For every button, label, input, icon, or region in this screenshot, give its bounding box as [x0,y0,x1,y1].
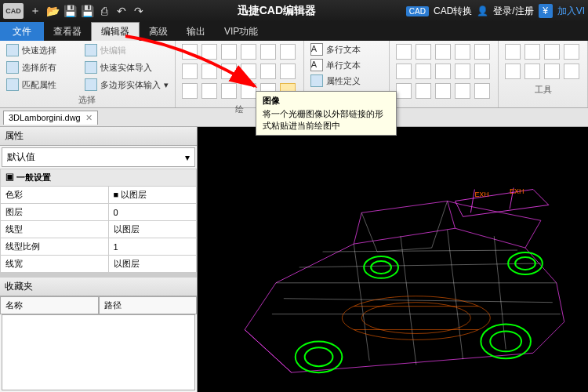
vip-link[interactable]: 加入VI [557,5,585,18]
col-name[interactable]: 名称 [0,296,99,314]
attr-icon [310,74,323,87]
m9-icon[interactable] [455,64,470,79]
file-tab[interactable]: 3DLamborgini.dwg ✕ [3,111,98,125]
t2-icon[interactable] [524,44,540,60]
undo-icon[interactable]: ↶ [113,2,130,20]
polyline-icon[interactable] [260,44,276,60]
col-path[interactable]: 路径 [99,296,198,314]
saveall-icon[interactable]: 💾 [78,2,96,20]
redo-icon[interactable]: ↷ [130,2,147,20]
app-logo: CAD [3,3,24,19]
section-header[interactable]: ▣ 一般设置 [1,169,197,187]
tool7-icon[interactable] [182,64,198,79]
stext-button[interactable]: A单行文本 [309,58,384,72]
tab-vip[interactable]: VIP功能 [215,22,267,41]
t4-icon[interactable] [564,44,579,60]
m11-icon[interactable] [396,83,412,99]
import-icon [85,61,97,74]
svg-point-3 [305,347,333,366]
tab-file[interactable]: 文件 [0,22,44,41]
yen-icon[interactable]: ¥ [539,4,553,18]
line-icon[interactable] [182,44,198,60]
new-icon[interactable]: ＋ [27,2,44,20]
prop-value[interactable]: 以图层 [108,256,197,273]
m1-icon[interactable] [396,44,412,60]
prop-value[interactable]: 0 [108,204,197,221]
m14-icon[interactable] [455,83,470,99]
tab-advanced[interactable]: 高级 [140,22,177,41]
m5-icon[interactable] [474,44,490,60]
prop-name: 线型 [1,221,109,238]
attrdef-button[interactable]: 属性定义 [309,74,384,88]
tool10-icon[interactable] [241,64,256,79]
arc-icon[interactable] [201,44,217,60]
open-icon[interactable]: 📂 [44,2,61,20]
m2-icon[interactable] [416,44,431,60]
tool15-icon[interactable] [221,83,237,99]
prop-value[interactable]: ■ 以图层 [108,187,197,204]
login-link[interactable]: 登录/注册 [493,5,533,18]
close-icon[interactable]: ✕ [85,113,93,123]
t7-icon[interactable] [544,64,560,79]
print-icon[interactable]: ⎙ [96,2,113,20]
circle-icon[interactable] [241,44,256,60]
tool11-icon[interactable] [260,64,276,79]
prop-name: 色彩 [1,187,109,204]
m3-icon[interactable] [435,44,451,60]
t3-icon[interactable] [544,44,560,60]
cloud-icon[interactable] [280,44,296,60]
m15-icon[interactable] [474,83,490,99]
favorites-title: 收藏夹 [0,278,197,296]
m10-icon[interactable] [474,64,490,79]
m6-icon[interactable] [396,64,412,79]
user-icon[interactable]: 👤 [477,5,488,16]
save-icon[interactable]: 💾 [61,2,78,20]
t5-icon[interactable] [505,64,521,79]
quick-select-button[interactable]: 快速选择 [5,42,82,58]
rect-icon[interactable] [221,44,237,60]
prop-name: 线宽 [1,256,109,273]
t1-icon[interactable] [505,44,521,60]
ribbon-group-label: 工具 [503,82,583,96]
m12-icon[interactable] [416,83,431,99]
quick-edit-button: 快编辑 [83,42,170,58]
entity-import-button[interactable]: 快速实体导入 [83,60,170,75]
favorites-columns: 名称 路径 [0,296,197,314]
app-title: 迅捷CAD编辑器 [147,4,406,18]
match-props-button[interactable]: 匹配属性 [5,77,82,93]
tab-editor[interactable]: 编辑器 [91,22,140,41]
tool16-icon[interactable] [241,83,256,99]
tool9-icon[interactable] [221,64,237,79]
convert-link[interactable]: CAD转换 [434,5,472,18]
tool13-icon[interactable] [182,83,198,99]
tool14-icon[interactable] [201,83,217,99]
tab-output[interactable]: 输出 [177,22,215,41]
match-icon [6,78,19,91]
prop-name: 图层 [1,204,109,221]
ribbon-group-tools: 工具 [499,41,588,107]
svg-point-4 [481,325,531,359]
selection-dropdown[interactable]: 默认值▾ [2,147,195,167]
tool12-icon[interactable] [280,64,296,79]
m13-icon[interactable] [435,83,451,99]
favorites-list[interactable] [2,314,195,390]
t6-icon[interactable] [524,64,540,79]
properties-panel: 属性 默认值▾ ▣ 一般设置 色彩■ 以图层 图层0 线型以图层 线型比例1 线… [0,127,198,392]
prop-value[interactable]: 1 [108,238,197,256]
title-bar: CAD ＋ 📂 💾 💾 ⎙ ↶ ↷ 迅捷CAD编辑器 CAD CAD转换 👤 登… [0,0,588,22]
prop-value[interactable]: 以图层 [108,221,197,238]
m8-icon[interactable] [435,64,451,79]
drawing-viewport[interactable]: EXHEXH [198,127,588,392]
m7-icon[interactable] [416,64,431,79]
m4-icon[interactable] [455,44,470,60]
svg-point-6 [364,256,398,278]
svg-point-2 [296,341,343,372]
polygon-icon [85,78,97,91]
polygon-entity-button[interactable]: 多边形实体输入▾ [83,77,170,93]
select-all-button[interactable]: 选择所有 [5,60,82,75]
svg-text:EXH: EXH [510,187,524,195]
tab-viewer[interactable]: 查看器 [44,22,91,41]
mtext-button[interactable]: A多行文本 [309,42,384,56]
tool8-icon[interactable] [201,64,217,79]
t8-icon[interactable] [564,64,579,79]
